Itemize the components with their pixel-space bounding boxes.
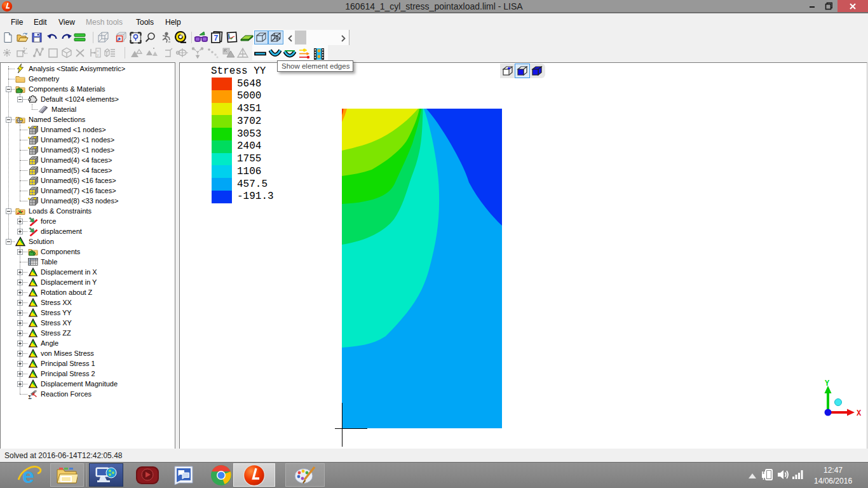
svg-text:7: 7 [214, 34, 219, 43]
svg-text:Σ: Σ [29, 395, 32, 400]
svg-text:X: X [857, 409, 862, 418]
svg-text:Y: Y [825, 379, 830, 388]
svg-text:y: y [97, 53, 99, 57]
